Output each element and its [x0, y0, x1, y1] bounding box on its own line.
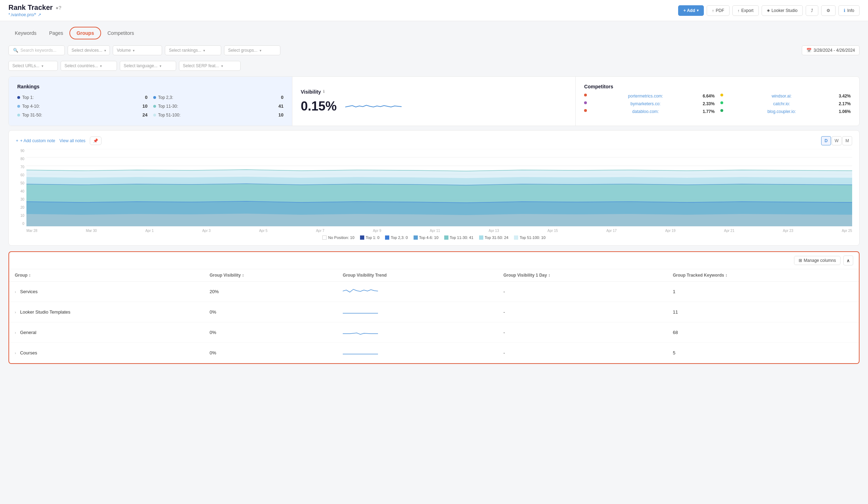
chart-legend: No Position: 10 Top 1: 0 Top 2,3: 0 Top …: [16, 235, 852, 240]
dot-icon: [153, 96, 156, 99]
table-body: › Services 20% - 1 › Looker Stu: [9, 282, 859, 363]
col-group[interactable]: Group ↕: [9, 269, 204, 282]
legend-swatch: [360, 235, 364, 240]
settings-button[interactable]: ⚙: [821, 5, 836, 16]
rankings-title-text: Rankings: [17, 84, 39, 89]
columns-icon: ⊞: [799, 258, 802, 263]
col-trend[interactable]: Group Visibility Trend: [337, 269, 498, 282]
search-placeholder: Search keywords...: [20, 48, 56, 53]
volume-filter[interactable]: Volume ▾: [113, 45, 162, 55]
looker-label: Looker Studio: [771, 8, 798, 13]
row-group-name: › Courses: [9, 343, 204, 363]
legend-no-position: No Position: 10: [322, 235, 354, 240]
looker-icon: ◈: [767, 8, 770, 13]
manage-columns-label: Manage columns: [804, 258, 836, 263]
top-bar: Rank Tracker ●? *.ivanhoe.pro/* ↗ + Add …: [0, 0, 868, 21]
chart-svg-container: Mar 28 Mar 30 Apr 1 Apr 3 Apr 5 Apr 7 Ap…: [26, 149, 852, 233]
export-icon: ↑: [738, 8, 740, 13]
expand-row-button[interactable]: ›: [15, 351, 16, 355]
date-filter[interactable]: 📅 3/28/2024 - 4/26/2024: [802, 45, 860, 55]
search-icon: 🔍: [13, 48, 18, 53]
visibility-title: Visibility ℹ: [301, 89, 567, 95]
expand-row-button[interactable]: ›: [15, 331, 16, 335]
chevron-down-icon: ▾: [133, 49, 135, 52]
countries-filter[interactable]: Select countries... ▾: [61, 61, 117, 71]
chevron-down-icon: ▾: [100, 64, 102, 68]
tab-keywords[interactable]: Keywords: [8, 27, 43, 39]
trend-sparkline: [343, 327, 378, 337]
row-trend: [337, 282, 498, 302]
col-visibility-1day[interactable]: Group Visibility 1 Day ↕: [498, 269, 667, 282]
pin-icon-button[interactable]: 📌: [90, 137, 101, 145]
visibility-title-text: Visibility: [301, 89, 321, 95]
dot-icon: [720, 109, 723, 112]
info-button[interactable]: ℹ Info: [838, 5, 860, 16]
info-icon: ℹ: [323, 89, 324, 94]
subtitle[interactable]: *.ivanhoe.pro/* ↗: [8, 12, 62, 17]
table-row: › General 0% - 68: [9, 322, 859, 343]
devices-filter[interactable]: Select devices... ▾: [68, 45, 110, 55]
serp-filter[interactable]: Select SERP feat... ▾: [179, 61, 241, 71]
table-row: › Looker Studio Templates 0% - 11: [9, 302, 859, 322]
ranking-top410: Top 4-10: 10: [17, 102, 148, 110]
dot-icon: [153, 114, 156, 116]
language-label: Select language...: [124, 63, 157, 68]
top-actions: + Add ▾ ↑ PDF ↑ Export ◈ Looker Studio ⤴…: [678, 5, 860, 16]
collapse-table-button[interactable]: ∧: [843, 256, 853, 265]
dot-icon: [17, 96, 20, 99]
groups-filter[interactable]: Select groups... ▾: [224, 45, 280, 55]
chevron-down-icon: ▾: [160, 64, 161, 68]
col-visibility[interactable]: Group Visibility ↕: [204, 269, 337, 282]
chevron-up-icon: ∧: [847, 258, 850, 263]
period-btn-m[interactable]: M: [842, 136, 852, 145]
row-visibility: 0%: [204, 322, 337, 343]
add-custom-note-button[interactable]: + + Add custom note: [16, 138, 55, 143]
dot-icon: [584, 109, 587, 112]
tab-competitors[interactable]: Competitors: [101, 27, 140, 39]
ranking-top1: Top 1: 0: [17, 94, 148, 101]
x-axis: Mar 28 Mar 30 Apr 1 Apr 3 Apr 5 Apr 7 Ap…: [26, 229, 852, 233]
legend-top1: Top 1: 0: [360, 235, 379, 240]
pdf-icon: ↑: [712, 8, 714, 13]
groups-table-section: ⊞ Manage columns ∧ Group ↕ Group Visibil…: [8, 251, 860, 364]
pdf-button[interactable]: ↑ PDF: [707, 5, 730, 16]
chevron-down-icon: ▾: [203, 49, 205, 52]
main-chart: [26, 149, 852, 226]
competitor-1: portermetrics.com: 6.64%: [584, 94, 714, 99]
row-visibility: 0%: [204, 302, 337, 322]
main-content: Keywords Pages Groups Competitors 🔍 Sear…: [0, 21, 868, 370]
share-button[interactable]: ⤴: [806, 5, 818, 16]
expand-row-button[interactable]: ›: [15, 310, 16, 314]
dot-icon: [17, 114, 20, 116]
rankings-filter[interactable]: Select rankings... ▾: [165, 45, 221, 55]
chart-area: + + Add custom note View all notes 📌 D W…: [8, 130, 860, 246]
add-button[interactable]: + Add ▾: [678, 5, 704, 16]
chevron-down-icon: ▾: [221, 64, 223, 68]
period-btn-d[interactable]: D: [821, 136, 831, 145]
filters-row2: Select URLs... ▾ Select countries... ▾ S…: [8, 61, 860, 71]
page-title: Rank Tracker ●?: [8, 4, 62, 12]
urls-filter[interactable]: Select URLs... ▾: [8, 61, 58, 71]
expand-row-button[interactable]: ›: [15, 290, 16, 294]
competitors-grid: portermetrics.com: 6.64% windsor.ai: 3.4…: [584, 94, 851, 116]
view-all-notes-button[interactable]: View all notes: [60, 138, 86, 143]
manage-columns-button[interactable]: ⊞ Manage columns: [794, 256, 841, 265]
competitors-title: Competitors: [584, 84, 851, 89]
tab-pages[interactable]: Pages: [43, 27, 69, 39]
period-btn-w[interactable]: W: [832, 136, 842, 145]
language-filter[interactable]: Select language... ▾: [120, 61, 176, 71]
rankings-grid: Top 1: 0 Top 2,3: 0 Top 4-10:: [17, 94, 284, 119]
looker-button[interactable]: ◈ Looker Studio: [762, 5, 803, 16]
search-input-container[interactable]: 🔍 Search keywords...: [8, 45, 65, 55]
tab-groups[interactable]: Groups: [69, 27, 101, 39]
col-tracked-keywords[interactable]: Group Tracked Keywords ↕: [667, 269, 859, 282]
row-trend: [337, 343, 498, 363]
legend-swatch: [479, 235, 483, 240]
header-row: Group ↕ Group Visibility ↕ Group Visibil…: [9, 269, 859, 282]
visibility-value: 0.15%: [301, 99, 337, 114]
view-notes-label: View all notes: [60, 138, 86, 143]
export-button[interactable]: ↑ Export: [732, 5, 759, 16]
competitor-4: windsor.ai: 3.42%: [720, 94, 851, 99]
countries-label: Select countries...: [64, 63, 98, 68]
dot-icon: [584, 94, 587, 96]
